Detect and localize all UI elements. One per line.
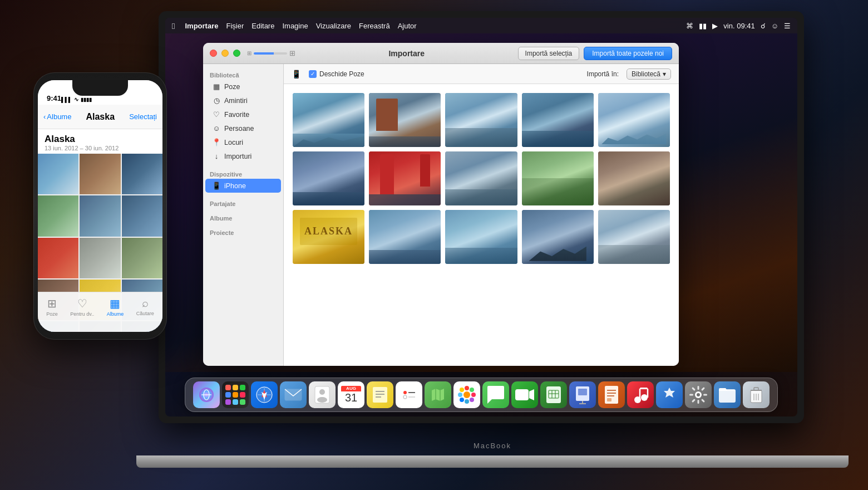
for-you-tab-label: Pentru dv.. — [70, 311, 94, 317]
dock-reminders[interactable] — [396, 381, 422, 408]
dock-facetime[interactable] — [511, 381, 538, 408]
open-photos-option[interactable]: ✓ Deschide Poze — [309, 70, 364, 78]
photo-thumb-7[interactable] — [369, 151, 441, 205]
photo-thumb-14[interactable] — [522, 210, 594, 264]
places-icon: 📍 — [212, 138, 221, 146]
photo-grid-container[interactable]: ALASKA — [284, 84, 679, 366]
user-icon[interactable]: ☺ — [771, 22, 778, 30]
svg-rect-44 — [605, 386, 618, 404]
sidebar-item-poze[interactable]: ▦ Poze — [205, 80, 281, 94]
sidebar-item-persoane[interactable]: ☺ Persoane — [205, 121, 281, 135]
sidebar-item-favorite[interactable]: ♡ Favorite — [205, 107, 281, 121]
iphone-select-button[interactable]: Selectați — [129, 112, 157, 121]
photo-thumb-4[interactable] — [522, 93, 594, 147]
apple-menu-icon[interactable]:  — [172, 21, 175, 31]
dock-contacts[interactable] — [309, 381, 336, 408]
dock-launchpad[interactable] — [222, 381, 249, 408]
iphone-time: 9:41 — [47, 94, 61, 102]
window-title: Importare — [300, 49, 514, 58]
svg-rect-41 — [578, 389, 587, 395]
maximize-button[interactable] — [233, 50, 240, 57]
photo-thumb-3[interactable] — [445, 93, 517, 147]
main-content: 📱 ✓ Deschide Poze Importă în: Bibliotecă… — [284, 64, 679, 366]
photo-thumb-5[interactable] — [598, 93, 670, 147]
iphone-photo-3[interactable] — [122, 154, 162, 194]
close-button[interactable] — [210, 50, 217, 57]
size-slider[interactable] — [254, 52, 287, 55]
menu-edit[interactable]: Editare — [251, 22, 274, 30]
menu-image[interactable]: Imagine — [282, 22, 308, 30]
dock-keynote[interactable] — [569, 381, 596, 408]
minimize-button[interactable] — [221, 50, 229, 57]
sidebar-item-locuri[interactable]: 📍 Locuri — [205, 135, 281, 149]
photo-thumb-15[interactable] — [598, 210, 670, 264]
dock-files[interactable] — [714, 381, 741, 408]
dock-siri[interactable] — [193, 381, 220, 408]
menu-view[interactable]: Vizualizare — [316, 22, 351, 30]
dock-safari[interactable] — [251, 381, 278, 408]
iphone-photo-9[interactable] — [122, 238, 162, 278]
dock-numbers[interactable] — [540, 381, 567, 408]
iphone-photo-2[interactable] — [80, 154, 120, 194]
dock-pages[interactable] — [598, 381, 625, 408]
import-all-button[interactable]: Importă toate pozele noi — [584, 47, 672, 60]
sidebar: Bibliotecă ▦ Poze ◷ Amintiri ♡ Favorite — [203, 64, 284, 366]
for-you-tab-icon: ♡ — [77, 297, 87, 310]
dock-notes[interactable] — [367, 381, 393, 408]
control-center-icon[interactable]: ☰ — [784, 22, 791, 30]
iphone-photo-5[interactable] — [80, 195, 120, 236]
dock-photos[interactable] — [453, 381, 480, 408]
dock-maps[interactable] — [425, 381, 451, 408]
photo-thumb-6[interactable] — [293, 151, 364, 205]
dock-appstore[interactable] — [656, 381, 683, 408]
photo-thumb-9[interactable] — [522, 151, 594, 205]
iphone-photo-4[interactable] — [38, 195, 78, 236]
size-slider-container: ⊞ ⊞ — [247, 49, 295, 57]
photo-thumb-10[interactable] — [598, 151, 670, 205]
svg-point-55 — [697, 393, 700, 396]
checkbox-checked[interactable]: ✓ — [309, 70, 317, 78]
iphone-photo-6[interactable] — [122, 195, 162, 236]
search-tab-icon: ⌕ — [142, 297, 149, 310]
import-to-select[interactable]: Bibliotecă ▾ — [627, 68, 671, 80]
import-selection-button[interactable]: Importă selecția — [518, 47, 580, 60]
iphone-photo-7[interactable] — [38, 238, 78, 278]
menu-help[interactable]: Ajutor — [398, 22, 417, 30]
dock-trash[interactable] — [743, 381, 770, 408]
photo-thumb-1[interactable] — [293, 93, 364, 147]
dock-mail[interactable] — [280, 381, 307, 408]
photo-thumb-11[interactable]: ALASKA — [293, 210, 364, 264]
photo-thumb-12[interactable] — [369, 210, 441, 264]
dock-music[interactable] — [627, 381, 654, 408]
iphone-back-button[interactable]: ‹ Albume — [43, 112, 71, 121]
iphone-tab-poze[interactable]: ⊞ Poze — [46, 297, 58, 317]
albums-tab-label: Albume — [107, 311, 124, 317]
search-icon[interactable]: ☌ — [761, 22, 766, 30]
iphone-photo-8[interactable] — [80, 238, 120, 278]
svg-rect-67 — [754, 388, 758, 390]
dock-messages[interactable] — [482, 381, 509, 408]
iphone-tab-albume[interactable]: ▦ Albume — [107, 297, 124, 317]
iphone-photo-1[interactable] — [38, 154, 78, 194]
menu-window[interactable]: Fereastră — [359, 22, 390, 30]
sidebar-item-amintiri[interactable]: ◷ Amintiri — [205, 94, 281, 107]
wifi-icon: ⌘ — [686, 22, 693, 30]
sidebar-item-iphone[interactable]: 📱 iPhone — [205, 179, 281, 193]
sidebar-item-importuri[interactable]: ↓ Importuri — [205, 149, 281, 163]
dock-system-preferences[interactable] — [685, 381, 712, 408]
app-name[interactable]: Importare — [185, 22, 218, 30]
photo-thumb-2[interactable] — [369, 93, 441, 147]
svg-point-26 — [465, 399, 469, 404]
sidebar-favorite-label: Favorite — [224, 111, 249, 119]
iphone-tab-cautare[interactable]: ⌕ Căutare — [136, 297, 154, 316]
svg-point-32 — [470, 398, 474, 402]
menu-file[interactable]: Fișier — [226, 22, 244, 30]
photo-grid: ALASKA — [293, 93, 670, 264]
photo-thumb-8[interactable] — [445, 151, 517, 205]
iphone-tab-pentru[interactable]: ♡ Pentru dv.. — [70, 297, 94, 317]
sidebar-iphone-label: iPhone — [224, 182, 246, 190]
svg-rect-64 — [719, 389, 736, 403]
svg-rect-59 — [703, 394, 707, 396]
dock-calendar[interactable]: AUG 31 — [338, 381, 364, 408]
photo-thumb-13[interactable] — [445, 210, 517, 264]
